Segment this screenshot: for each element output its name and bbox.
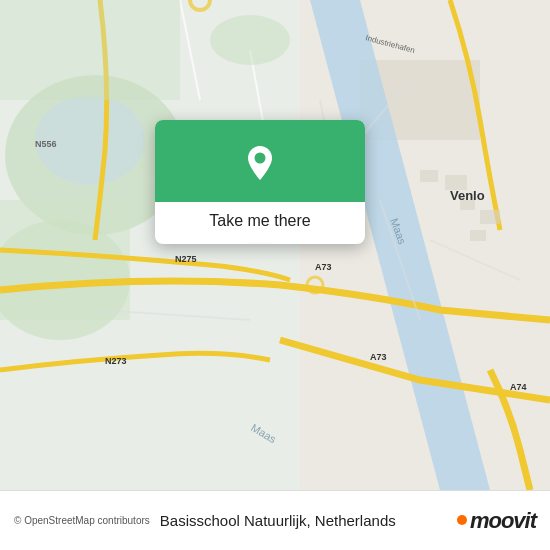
location-pin-icon [239, 142, 281, 184]
moovit-dot [457, 515, 467, 525]
svg-rect-3 [0, 200, 130, 320]
svg-point-33 [210, 15, 290, 65]
bottom-bar: © OpenStreetMap contributors Basisschool… [0, 490, 550, 550]
svg-text:N556: N556 [35, 139, 57, 149]
svg-text:A74: A74 [510, 382, 527, 392]
svg-rect-31 [470, 230, 486, 241]
map-background: Maas Maas N556 N275 A73 A73 N273 N271 A7… [0, 0, 550, 490]
location-popup: Take me there [155, 120, 365, 244]
svg-rect-27 [420, 170, 438, 182]
svg-text:N271: N271 [465, 0, 487, 2]
svg-text:A73: A73 [370, 352, 387, 362]
svg-point-36 [255, 153, 266, 164]
copyright-text: © OpenStreetMap contributors [14, 515, 150, 526]
svg-text:A73: A73 [315, 262, 332, 272]
svg-rect-30 [480, 210, 500, 224]
moovit-logo: moovit [457, 508, 536, 534]
svg-text:N275: N275 [175, 254, 197, 264]
svg-text:N273: N273 [105, 356, 127, 366]
moovit-text: moovit [470, 508, 536, 534]
svg-rect-29 [460, 200, 475, 210]
map-container[interactable]: Maas Maas N556 N275 A73 A73 N273 N271 A7… [0, 0, 550, 490]
location-name: Basisschool Natuurlijk, Netherlands [160, 512, 447, 529]
popup-header [155, 120, 365, 202]
svg-rect-28 [445, 175, 467, 190]
svg-rect-32 [0, 0, 180, 100]
take-me-there-button[interactable]: Take me there [155, 202, 365, 244]
